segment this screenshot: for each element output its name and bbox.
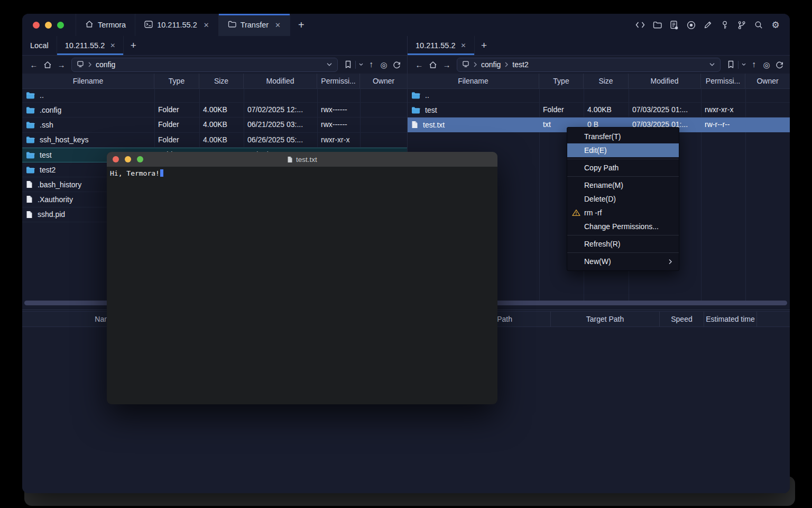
table-row[interactable]: test Folder4.00KB07/03/2025 01:...rwxr-x… bbox=[408, 103, 790, 117]
file-icon bbox=[26, 180, 33, 188]
close-window-button[interactable] bbox=[33, 22, 40, 29]
terminal-icon bbox=[144, 21, 153, 30]
chevron-down-icon[interactable] bbox=[709, 62, 715, 67]
chevron-right-icon bbox=[504, 60, 509, 69]
table-row[interactable]: ssh_host_keys Folder4.00KB06/26/2025 05:… bbox=[22, 133, 407, 148]
path-bar[interactable]: config test2 bbox=[457, 58, 721, 72]
table-row[interactable]: .config Folder4.00KB07/02/2025 12:...rwx… bbox=[22, 103, 407, 117]
divider bbox=[738, 61, 739, 69]
menu-item-rm-rf[interactable]: rm -rf bbox=[567, 206, 679, 220]
desktop: Termora 10.211.55.2 ✕ Transfer ✕ + bbox=[0, 0, 812, 508]
column-header[interactable]: Owner bbox=[745, 74, 790, 88]
column-header[interactable]: Permissi... bbox=[317, 74, 360, 88]
column-header[interactable]: Estimated time bbox=[704, 312, 757, 326]
chevron-down-icon[interactable] bbox=[326, 62, 333, 67]
column-header[interactable]: Modified bbox=[244, 74, 317, 88]
zoom-window-button[interactable] bbox=[57, 22, 64, 29]
menu-item-new[interactable]: New(W) bbox=[567, 255, 679, 268]
column-header[interactable]: Type bbox=[154, 74, 199, 88]
column-header[interactable]: Speed bbox=[660, 312, 704, 326]
show-hidden-files-button[interactable]: ◎ bbox=[378, 59, 390, 70]
search-icon[interactable] bbox=[754, 20, 763, 30]
tab-label: 10.211.55.2 bbox=[416, 41, 456, 50]
file-icon bbox=[411, 121, 418, 129]
back-button[interactable]: ← bbox=[412, 60, 426, 69]
folder-icon[interactable] bbox=[652, 20, 662, 30]
code-icon[interactable] bbox=[635, 20, 645, 30]
bookmark-icon[interactable] bbox=[725, 59, 736, 70]
column-header[interactable]: Modified bbox=[629, 74, 701, 88]
tab-termora[interactable]: Termora bbox=[76, 14, 135, 36]
tab-local[interactable]: Local bbox=[22, 36, 57, 55]
upload-button[interactable]: ↑ bbox=[365, 59, 377, 70]
key-icon[interactable] bbox=[720, 20, 730, 30]
bookmark-caret-icon[interactable] bbox=[357, 59, 364, 70]
column-header[interactable]: Owner bbox=[360, 74, 407, 88]
left-panel-tools: ↑ ◎ bbox=[342, 59, 402, 70]
breadcrumb-segment[interactable]: config bbox=[96, 60, 115, 69]
column-header[interactable]: Filename bbox=[408, 74, 539, 88]
minimize-window-button[interactable] bbox=[45, 22, 52, 29]
forward-button[interactable]: → bbox=[440, 60, 454, 69]
branch-icon[interactable] bbox=[737, 20, 746, 30]
show-hidden-files-button[interactable]: ◎ bbox=[761, 59, 772, 70]
new-panel-tab-button[interactable]: + bbox=[124, 36, 143, 55]
column-header[interactable]: Filename bbox=[22, 74, 154, 88]
breadcrumb-segment[interactable]: test2 bbox=[512, 60, 528, 69]
new-tab-button[interactable]: + bbox=[290, 14, 312, 36]
menu-separator bbox=[567, 176, 679, 177]
close-icon[interactable]: ✕ bbox=[110, 42, 115, 49]
tab-label: 10.211.55.2 bbox=[157, 21, 197, 29]
document-badge-icon[interactable] bbox=[669, 20, 679, 30]
table-row[interactable]: .. bbox=[408, 88, 790, 103]
settings-icon[interactable]: ⚙ bbox=[771, 20, 780, 30]
column-header[interactable]: Size bbox=[584, 74, 629, 88]
home-button[interactable] bbox=[427, 59, 439, 70]
close-icon[interactable]: ✕ bbox=[204, 22, 209, 29]
close-editor-button[interactable] bbox=[113, 156, 119, 162]
menu-item-rename[interactable]: Rename(M) bbox=[567, 178, 679, 192]
chevron-right-icon bbox=[473, 60, 477, 69]
menu-item-change-permissions[interactable]: Change Permissions... bbox=[567, 220, 679, 233]
menu-item-edit[interactable]: Edit(E) bbox=[567, 143, 679, 157]
home-button[interactable] bbox=[42, 59, 53, 70]
refresh-button[interactable] bbox=[773, 59, 785, 70]
close-icon[interactable]: ✕ bbox=[275, 22, 281, 29]
column-header[interactable]: Target Path bbox=[551, 312, 660, 326]
path-bar[interactable]: config bbox=[71, 58, 338, 72]
menu-item-copy-path[interactable]: Copy Path bbox=[567, 161, 679, 175]
folder-icon bbox=[411, 92, 420, 99]
tab-transfer[interactable]: Transfer ✕ bbox=[219, 14, 290, 36]
breadcrumb-segment[interactable]: config bbox=[481, 60, 501, 69]
editor-content[interactable]: Hi, Termora! bbox=[107, 167, 497, 180]
tab-remote-host[interactable]: 10.211.55.2 ✕ bbox=[408, 36, 475, 55]
file-icon bbox=[26, 211, 33, 219]
editor-titlebar[interactable]: test.txt bbox=[107, 152, 497, 167]
new-panel-tab-button[interactable]: + bbox=[475, 36, 494, 55]
column-header[interactable]: Size bbox=[199, 74, 244, 88]
zoom-editor-button[interactable] bbox=[137, 156, 143, 162]
refresh-button[interactable] bbox=[391, 59, 402, 70]
menu-item-refresh[interactable]: Refresh(R) bbox=[567, 237, 679, 251]
right-panel-tools: ↑ ◎ bbox=[725, 59, 785, 70]
forward-button[interactable]: → bbox=[54, 60, 68, 69]
table-row[interactable]: .ssh Folder4.00KB06/21/2025 03:...rwx---… bbox=[22, 117, 407, 132]
close-icon[interactable]: ✕ bbox=[461, 42, 466, 49]
file-icon bbox=[26, 195, 33, 203]
record-icon[interactable] bbox=[686, 20, 696, 30]
menu-item-transfer[interactable]: Transfer(T) bbox=[567, 130, 679, 143]
tab-remote-host[interactable]: 10.211.55.2 ✕ bbox=[57, 36, 124, 55]
upload-button[interactable]: ↑ bbox=[748, 59, 760, 70]
column-header[interactable]: Permissi... bbox=[701, 74, 745, 88]
table-row[interactable]: .. bbox=[22, 88, 407, 103]
device-icon bbox=[462, 60, 469, 69]
tab-ssh-session[interactable]: 10.211.55.2 ✕ bbox=[135, 14, 218, 36]
back-button[interactable]: ← bbox=[27, 60, 41, 69]
column-header[interactable]: Type bbox=[539, 74, 584, 88]
bookmark-caret-icon[interactable] bbox=[740, 59, 747, 70]
pencil-icon[interactable] bbox=[703, 20, 713, 30]
menu-item-delete[interactable]: Delete(D) bbox=[567, 192, 679, 206]
minimize-editor-button[interactable] bbox=[125, 156, 131, 162]
folder-icon bbox=[411, 106, 420, 114]
bookmark-icon[interactable] bbox=[342, 59, 354, 70]
